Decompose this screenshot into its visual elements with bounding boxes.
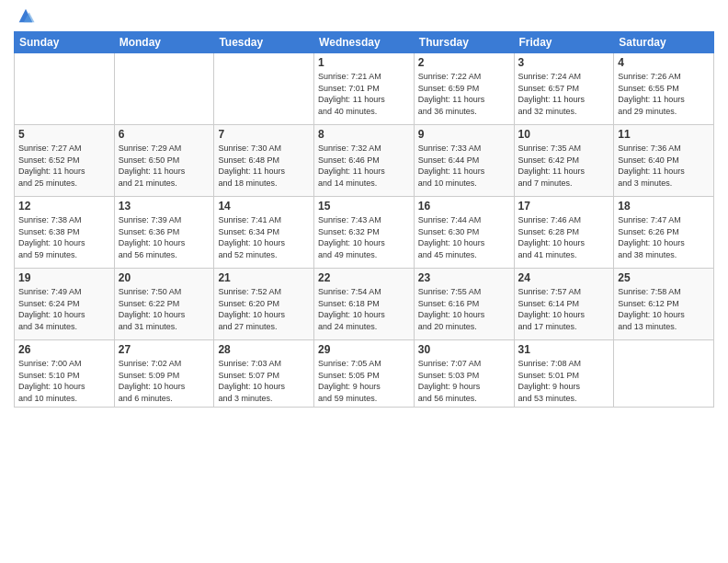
day-info: Sunrise: 7:39 AM Sunset: 6:36 PM Dayligh… (119, 214, 210, 260)
calendar-cell: 3Sunrise: 7:24 AM Sunset: 6:57 PM Daylig… (514, 53, 614, 125)
day-info: Sunrise: 7:21 AM Sunset: 7:01 PM Dayligh… (318, 71, 410, 117)
day-number: 19 (18, 271, 110, 284)
day-number: 31 (518, 343, 610, 356)
calendar-cell: 8Sunrise: 7:32 AM Sunset: 6:46 PM Daylig… (314, 125, 415, 197)
day-info: Sunrise: 7:47 AM Sunset: 6:26 PM Dayligh… (618, 214, 710, 260)
weekday-header-thursday: Thursday (414, 32, 514, 53)
calendar-cell: 4Sunrise: 7:26 AM Sunset: 6:55 PM Daylig… (614, 53, 714, 125)
day-number: 9 (418, 128, 510, 141)
week-row-4: 19Sunrise: 7:49 AM Sunset: 6:24 PM Dayli… (15, 269, 714, 340)
day-number: 2 (418, 56, 510, 69)
calendar-cell: 26Sunrise: 7:00 AM Sunset: 5:10 PM Dayli… (15, 340, 115, 408)
day-info: Sunrise: 7:26 AM Sunset: 6:55 PM Dayligh… (618, 71, 710, 117)
day-number: 13 (119, 200, 210, 213)
day-number: 1 (318, 56, 410, 69)
day-info: Sunrise: 7:33 AM Sunset: 6:44 PM Dayligh… (418, 143, 510, 189)
day-info: Sunrise: 7:03 AM Sunset: 5:07 PM Dayligh… (218, 358, 310, 404)
day-number: 27 (119, 343, 210, 356)
calendar-cell: 21Sunrise: 7:52 AM Sunset: 6:20 PM Dayli… (214, 269, 314, 340)
day-info: Sunrise: 7:24 AM Sunset: 6:57 PM Dayligh… (518, 71, 610, 117)
calendar-cell: 24Sunrise: 7:57 AM Sunset: 6:14 PM Dayli… (514, 269, 614, 340)
day-info: Sunrise: 7:07 AM Sunset: 5:03 PM Dayligh… (418, 358, 510, 404)
day-info: Sunrise: 7:52 AM Sunset: 6:20 PM Dayligh… (218, 286, 310, 332)
weekday-header-wednesday: Wednesday (314, 32, 415, 53)
day-number: 8 (318, 128, 410, 141)
day-info: Sunrise: 7:02 AM Sunset: 5:09 PM Dayligh… (119, 358, 210, 404)
day-number: 3 (518, 56, 610, 69)
day-info: Sunrise: 7:08 AM Sunset: 5:01 PM Dayligh… (518, 358, 610, 404)
week-row-2: 5Sunrise: 7:27 AM Sunset: 6:52 PM Daylig… (15, 125, 714, 197)
day-info: Sunrise: 7:58 AM Sunset: 6:12 PM Dayligh… (618, 286, 710, 332)
calendar-cell (15, 53, 115, 125)
day-info: Sunrise: 7:57 AM Sunset: 6:14 PM Dayligh… (518, 286, 610, 332)
day-info: Sunrise: 7:29 AM Sunset: 6:50 PM Dayligh… (119, 143, 210, 189)
day-info: Sunrise: 7:49 AM Sunset: 6:24 PM Dayligh… (18, 286, 110, 332)
day-info: Sunrise: 7:35 AM Sunset: 6:42 PM Dayligh… (518, 143, 610, 189)
day-info: Sunrise: 7:43 AM Sunset: 6:32 PM Dayligh… (318, 214, 410, 260)
day-number: 14 (218, 200, 310, 213)
day-number: 11 (618, 128, 710, 141)
day-info: Sunrise: 7:54 AM Sunset: 6:18 PM Dayligh… (318, 286, 410, 332)
day-info: Sunrise: 7:38 AM Sunset: 6:38 PM Dayligh… (18, 214, 110, 260)
weekday-header-tuesday: Tuesday (214, 32, 314, 53)
calendar-cell: 9Sunrise: 7:33 AM Sunset: 6:44 PM Daylig… (414, 125, 514, 197)
calendar-cell: 5Sunrise: 7:27 AM Sunset: 6:52 PM Daylig… (15, 125, 115, 197)
day-number: 24 (518, 271, 610, 284)
calendar-cell: 2Sunrise: 7:22 AM Sunset: 6:59 PM Daylig… (414, 53, 514, 125)
day-number: 29 (318, 343, 410, 356)
calendar-cell: 28Sunrise: 7:03 AM Sunset: 5:07 PM Dayli… (214, 340, 314, 408)
day-info: Sunrise: 7:22 AM Sunset: 6:59 PM Dayligh… (418, 71, 510, 117)
logo (14, 13, 36, 26)
day-number: 23 (418, 271, 510, 284)
calendar-cell: 16Sunrise: 7:44 AM Sunset: 6:30 PM Dayli… (414, 197, 514, 269)
weekday-header-friday: Friday (514, 32, 614, 53)
calendar-cell (614, 340, 714, 408)
calendar-cell: 17Sunrise: 7:46 AM Sunset: 6:28 PM Dayli… (514, 197, 614, 269)
calendar-cell: 23Sunrise: 7:55 AM Sunset: 6:16 PM Dayli… (414, 269, 514, 340)
logo-icon (16, 6, 36, 26)
calendar-cell: 19Sunrise: 7:49 AM Sunset: 6:24 PM Dayli… (15, 269, 115, 340)
weekday-header-sunday: Sunday (15, 32, 115, 53)
week-row-3: 12Sunrise: 7:38 AM Sunset: 6:38 PM Dayli… (15, 197, 714, 269)
day-number: 10 (518, 128, 610, 141)
calendar-cell: 25Sunrise: 7:58 AM Sunset: 6:12 PM Dayli… (614, 269, 714, 340)
calendar-cell: 29Sunrise: 7:05 AM Sunset: 5:05 PM Dayli… (314, 340, 415, 408)
calendar-cell: 11Sunrise: 7:36 AM Sunset: 6:40 PM Dayli… (614, 125, 714, 197)
calendar-cell: 10Sunrise: 7:35 AM Sunset: 6:42 PM Dayli… (514, 125, 614, 197)
calendar-cell: 30Sunrise: 7:07 AM Sunset: 5:03 PM Dayli… (414, 340, 514, 408)
calendar-page: SundayMondayTuesdayWednesdayThursdayFrid… (0, 0, 728, 563)
day-number: 30 (418, 343, 510, 356)
day-info: Sunrise: 7:30 AM Sunset: 6:48 PM Dayligh… (218, 143, 310, 189)
calendar-cell: 14Sunrise: 7:41 AM Sunset: 6:34 PM Dayli… (214, 197, 314, 269)
day-number: 12 (18, 200, 110, 213)
calendar-cell: 15Sunrise: 7:43 AM Sunset: 6:32 PM Dayli… (314, 197, 415, 269)
calendar-cell: 27Sunrise: 7:02 AM Sunset: 5:09 PM Dayli… (114, 340, 214, 408)
day-number: 5 (18, 128, 110, 141)
calendar-cell: 20Sunrise: 7:50 AM Sunset: 6:22 PM Dayli… (114, 269, 214, 340)
header (14, 9, 714, 26)
calendar-cell: 1Sunrise: 7:21 AM Sunset: 7:01 PM Daylig… (314, 53, 415, 125)
day-number: 16 (418, 200, 510, 213)
day-number: 18 (618, 200, 710, 213)
day-info: Sunrise: 7:55 AM Sunset: 6:16 PM Dayligh… (418, 286, 510, 332)
week-row-1: 1Sunrise: 7:21 AM Sunset: 7:01 PM Daylig… (15, 53, 714, 125)
week-row-5: 26Sunrise: 7:00 AM Sunset: 5:10 PM Dayli… (15, 340, 714, 408)
calendar-cell: 22Sunrise: 7:54 AM Sunset: 6:18 PM Dayli… (314, 269, 415, 340)
day-number: 7 (218, 128, 310, 141)
calendar-cell: 18Sunrise: 7:47 AM Sunset: 6:26 PM Dayli… (614, 197, 714, 269)
day-info: Sunrise: 7:32 AM Sunset: 6:46 PM Dayligh… (318, 143, 410, 189)
day-info: Sunrise: 7:44 AM Sunset: 6:30 PM Dayligh… (418, 214, 510, 260)
day-number: 20 (119, 271, 210, 284)
calendar-cell: 6Sunrise: 7:29 AM Sunset: 6:50 PM Daylig… (114, 125, 214, 197)
day-info: Sunrise: 7:41 AM Sunset: 6:34 PM Dayligh… (218, 214, 310, 260)
calendar-cell (114, 53, 214, 125)
day-number: 15 (318, 200, 410, 213)
weekday-header-saturday: Saturday (614, 32, 714, 53)
day-number: 6 (119, 128, 210, 141)
day-info: Sunrise: 7:36 AM Sunset: 6:40 PM Dayligh… (618, 143, 710, 189)
calendar-cell (214, 53, 314, 125)
day-number: 22 (318, 271, 410, 284)
calendar-cell: 13Sunrise: 7:39 AM Sunset: 6:36 PM Dayli… (114, 197, 214, 269)
calendar-cell: 12Sunrise: 7:38 AM Sunset: 6:38 PM Dayli… (15, 197, 115, 269)
day-number: 25 (618, 271, 710, 284)
